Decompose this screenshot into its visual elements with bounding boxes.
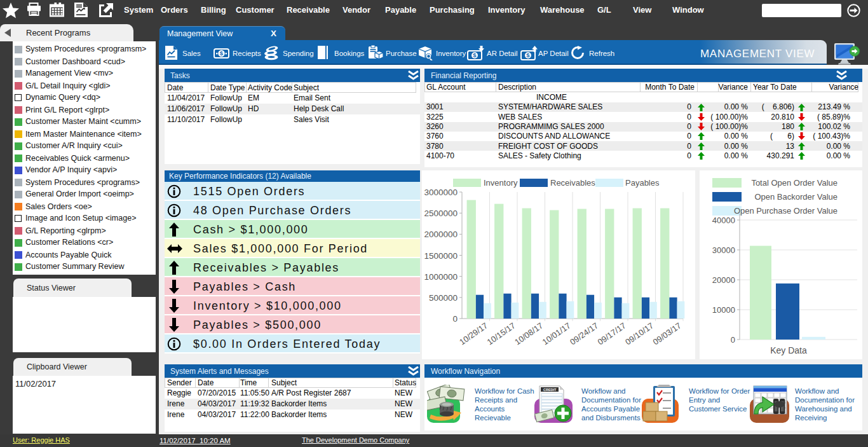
svg-text:Inventory: Inventory [484, 178, 518, 188]
svg-text:Payables: Payables [625, 178, 660, 188]
svg-text:$: $ [220, 50, 224, 57]
svg-text:0: 0 [731, 335, 735, 345]
svg-text:0: 0 [452, 314, 458, 324]
svg-text:1500000: 1500000 [424, 251, 458, 261]
svg-text:2000000: 2000000 [424, 230, 458, 239]
svg-text:Receivables: Receivables [550, 178, 595, 188]
svg-text:$: $ [526, 52, 530, 58]
svg-text:30000: 30000 [712, 245, 735, 255]
svg-text:500000: 500000 [429, 293, 458, 303]
svg-text:Total Open Order Value: Total Open Order Value [751, 178, 837, 188]
svg-text:Open Backorder Value: Open Backorder Value [754, 192, 837, 202]
svg-text:Open Purchase Order Value: Open Purchase Order Value [734, 206, 837, 216]
svg-text:$: $ [473, 52, 477, 58]
svg-text:20000: 20000 [712, 275, 735, 285]
svg-text:40000: 40000 [712, 216, 735, 225]
svg-text:2500000: 2500000 [424, 209, 458, 218]
svg-text:1000000: 1000000 [424, 272, 458, 282]
svg-text:CREDIT: CREDIT [543, 388, 557, 392]
svg-text:10000: 10000 [712, 305, 735, 315]
svg-text:3000000: 3000000 [424, 188, 458, 197]
svg-text:Key Data: Key Data [770, 345, 807, 355]
